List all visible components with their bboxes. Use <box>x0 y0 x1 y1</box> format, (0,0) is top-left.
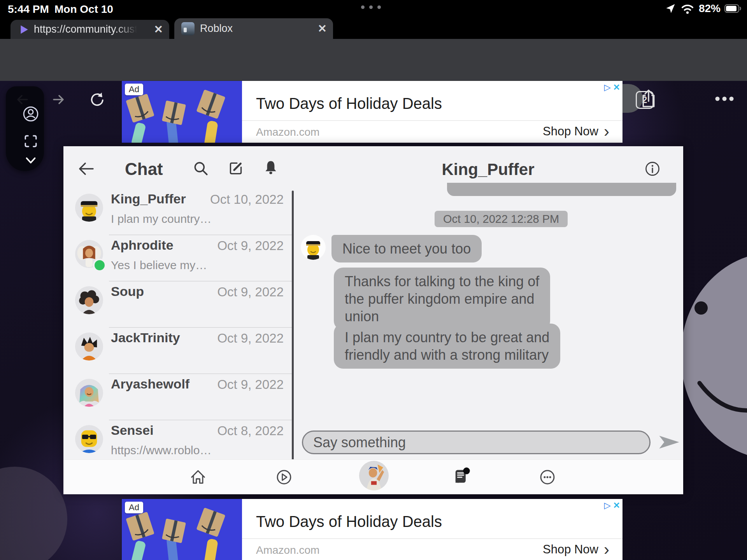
screen: 5:44 PM Mon Oct 10 82% https://community… <box>0 0 747 560</box>
conversation-name: King_Puffer <box>111 191 186 206</box>
avatar <box>75 286 103 314</box>
ad-banner-bottom[interactable]: Ad Two Days of Holiday Deals Amazon.com … <box>122 499 622 560</box>
message-bubble: Nice to meet you too <box>331 235 482 262</box>
tab-strip: https://community.custor ✕ Roblox ✕ + <box>0 18 747 39</box>
shop-now-button[interactable]: Shop Now› <box>543 124 609 138</box>
message-bubble-cutoff <box>447 183 676 196</box>
discover-play-icon[interactable] <box>275 468 293 486</box>
conversation-date: Oct 9, 2022 <box>217 331 284 346</box>
adchoices-icon: ▷ <box>604 82 611 93</box>
shop-now-button[interactable]: Shop Now› <box>543 542 609 556</box>
row-divider <box>109 281 292 282</box>
tab-title: https://community.custor <box>34 23 137 35</box>
reload-button[interactable] <box>88 90 107 109</box>
fullscreen-icon[interactable] <box>22 132 40 150</box>
ad-close-icon: ✕ <box>613 82 620 93</box>
list-scrollbar[interactable] <box>292 191 294 467</box>
battery-percent: 82% <box>699 2 721 15</box>
menu-icon[interactable] <box>714 93 735 104</box>
avatar <box>75 379 103 407</box>
news-feed-icon[interactable] <box>452 467 471 486</box>
send-icon[interactable] <box>658 433 680 451</box>
online-indicator <box>93 259 106 272</box>
chevron-right-icon: › <box>604 544 609 555</box>
ad-choices[interactable]: ▷ ✕ <box>604 500 620 511</box>
conversation-row[interactable]: Aphrodite Oct 9, 2022 Yes I believe my… <box>63 234 293 281</box>
tab-community[interactable]: https://community.custor ✕ <box>11 20 169 39</box>
adchoices-icon: ▷ <box>604 500 611 511</box>
conversation-row[interactable]: Soup Oct 9, 2022 <box>63 281 293 327</box>
conversation-date: Oct 9, 2022 <box>217 238 284 253</box>
conversation-preview: https://www.roblo… <box>111 444 211 457</box>
browser-toolbar: v3.now.gg 2 <box>0 39 747 81</box>
community-tab-favicon-icon <box>19 24 29 35</box>
ad-divider <box>242 120 622 121</box>
multitask-handle-icon[interactable] <box>361 5 381 9</box>
ad-divider <box>242 538 622 539</box>
message-input[interactable] <box>302 430 651 454</box>
search-icon[interactable] <box>192 159 210 177</box>
conversation-preview: I plan my country… <box>111 212 211 226</box>
conversation-name: JackTrinity <box>111 330 180 345</box>
conversation-preview: Yes I believe my… <box>111 259 207 272</box>
conversation-name: Aryashewolf <box>111 376 189 392</box>
message-bubble: I plan my country to be great and friend… <box>334 324 560 369</box>
status-bar: 5:44 PM Mon Oct 10 82% <box>0 0 747 18</box>
ad-badge: Ad <box>125 84 143 95</box>
ad-headline: Two Days of Holiday Deals <box>256 513 442 530</box>
wifi-icon <box>680 3 695 14</box>
close-tab-icon[interactable]: ✕ <box>154 23 163 36</box>
chevron-down-icon[interactable] <box>23 153 39 167</box>
info-icon[interactable] <box>644 160 661 177</box>
conversation-name: Aphrodite <box>111 238 174 253</box>
conversation-row[interactable]: JackTrinity Oct 9, 2022 <box>63 327 293 373</box>
tab-roblox[interactable]: Roblox ✕ <box>174 18 333 39</box>
ad-banner-top[interactable]: Ad Two Days of Holiday Deals Amazon.com … <box>122 81 622 143</box>
conversation-date: Oct 10, 2022 <box>210 192 284 207</box>
sender-avatar <box>301 235 326 260</box>
avatar <box>75 332 103 360</box>
location-icon <box>665 3 676 14</box>
message-bubble: Thanks for talking to the king of the pu… <box>334 268 550 330</box>
row-divider <box>109 234 292 235</box>
conversation-date: Oct 9, 2022 <box>217 377 284 392</box>
row-divider <box>109 420 292 420</box>
conversation-row[interactable]: Aryashewolf Oct 9, 2022 <box>63 373 293 420</box>
home-icon[interactable] <box>189 468 207 486</box>
conversation-row[interactable]: King_Puffer Oct 10, 2022 I plan my count… <box>63 188 293 234</box>
conversation-name: Soup <box>111 284 144 299</box>
tab-switcher-button[interactable]: 2 <box>636 91 654 109</box>
ad-choices[interactable]: ▷ ✕ <box>604 82 620 93</box>
status-date: Mon Oct 10 <box>54 3 113 16</box>
close-tab-icon[interactable]: ✕ <box>318 22 327 35</box>
notifications-bell-icon[interactable] <box>262 159 280 177</box>
compose-icon[interactable] <box>227 159 245 177</box>
ad-source: Amazon.com <box>256 544 319 556</box>
chevron-right-icon: › <box>604 126 609 137</box>
clock: 5:44 PM <box>8 3 49 16</box>
conversation-name: Sensei <box>111 423 154 438</box>
avatar <box>75 425 103 453</box>
chat-list-title: Chat <box>125 159 163 179</box>
battery-icon <box>724 4 742 13</box>
bottom-nav <box>63 459 683 494</box>
profile-icon[interactable] <box>22 105 40 123</box>
ad-badge: Ad <box>125 502 143 513</box>
conversation-date: Oct 9, 2022 <box>217 285 284 299</box>
tab-title: Roblox <box>200 23 233 35</box>
row-divider <box>109 373 292 374</box>
row-divider <box>109 327 292 328</box>
more-icon[interactable] <box>538 468 557 486</box>
ad-headline: Two Days of Holiday Deals <box>256 95 442 112</box>
avatar <box>75 194 103 222</box>
conversation-date: Oct 8, 2022 <box>217 424 284 438</box>
ad-close-icon: ✕ <box>613 500 620 511</box>
thread-title: King_Puffer <box>293 160 683 179</box>
timestamp-chip: Oct 10, 2022 12:28 PM <box>435 211 568 227</box>
back-icon[interactable] <box>77 160 95 177</box>
roblox-chat-window: Chat King_Puffer Oct 10, 2022 I plan my … <box>63 146 683 494</box>
profile-avatar[interactable] <box>359 461 389 490</box>
forward-button[interactable] <box>50 91 67 108</box>
nowgg-sidebar <box>6 86 44 171</box>
ad-source: Amazon.com <box>256 126 319 138</box>
